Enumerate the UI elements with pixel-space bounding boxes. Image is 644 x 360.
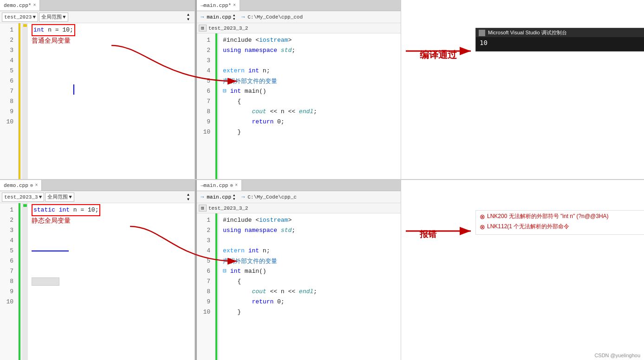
annotation-extern-top: 声明外部文件的变量 xyxy=(223,76,277,86)
main-line-6: ⊟ int main() xyxy=(223,86,401,96)
yellow-bar xyxy=(19,23,20,179)
scroll-arrows-top-left[interactable]: ▲ ▼ xyxy=(187,13,193,22)
gray-box-bottom xyxy=(32,277,59,286)
bottom-code-line-6 xyxy=(32,256,195,266)
error-text-2: LNK112(1 个无法解析的外部命令 xyxy=(487,223,569,231)
bottom-right-toolbar: → main.cpp ▲ ▼ → C:\My_Code\cpp_c xyxy=(197,191,401,203)
scroll-arrows-bottom-left[interactable]: ▲ ▼ xyxy=(187,193,193,202)
top-left-line-numbers: 1 2 3 4 5 6 7 8 9 10 xyxy=(0,23,19,179)
main-tab-bottom-label: main.cpp xyxy=(204,183,228,188)
main-path-bottom-label: C:\My_Code\cpp_c xyxy=(247,194,297,200)
file-selector-bottom-left[interactable]: test_2023_3 ▼ xyxy=(2,193,44,202)
demo-tab-close[interactable]: × xyxy=(33,3,36,8)
ln-10: 10 xyxy=(0,117,15,127)
demo-cpp-tab-bottom[interactable]: demo.cpp ⊕ × xyxy=(0,180,42,191)
scroll-bottom-left[interactable] xyxy=(22,203,28,360)
vs-icon xyxy=(479,30,485,36)
main-tab-close[interactable]: × xyxy=(233,3,236,8)
bottom-right-tab-bar: → main.cpp ⊕ × xyxy=(197,180,401,191)
error-text-1: LNK200 无法解析的外部符号 "int n" (?n@@3HA) xyxy=(487,212,609,220)
ln-1: 1 xyxy=(0,25,15,35)
bottom-code-line-8 xyxy=(32,276,195,287)
demo-tab-bottom-label: demo.cpp xyxy=(4,183,28,188)
main-bottom-line-8: cout << n << endl; xyxy=(223,287,401,297)
file-nav-arrows-b[interactable]: ▲ ▼ xyxy=(233,193,238,201)
main-cpp-tab-top[interactable]: → main.cpp* × xyxy=(197,0,240,11)
main-cpp-tab-bottom[interactable]: → main.cpp ⊕ × xyxy=(197,180,242,191)
scope-bottom-label: 全局范围 xyxy=(47,193,68,200)
bottom-code-line-7 xyxy=(32,266,195,276)
main-file-bottom-label: main.cpp xyxy=(207,194,231,200)
main-arrow-icon-b: → xyxy=(201,183,204,188)
green-bar-bottom-right xyxy=(215,213,217,360)
top-right-line-numbers: 1 2 3 4 5 6 7 8 9 10 xyxy=(197,33,215,179)
demo-cpp-tab-top[interactable]: demo.cpp* × xyxy=(0,0,40,11)
main-bottom-line-1: #include <iostream> xyxy=(223,215,401,225)
main-bottom-line-10: } xyxy=(223,307,401,317)
main-line-8: cout << n << endl; xyxy=(223,107,401,117)
console-box: Microsoft Visual Studio 调试控制台 10 xyxy=(475,28,644,51)
ln-6: 6 xyxy=(0,76,15,86)
main-tab-filename: main.cpp* xyxy=(204,3,231,8)
console-content: 10 xyxy=(476,37,644,51)
scroll-top-left[interactable] xyxy=(22,23,28,179)
bottom-code-line-2: 静态全局变量 xyxy=(32,215,195,225)
bottom-right-code-area: 1 2 3 4 5 6 7 8 9 10 #include <iostream>… xyxy=(197,213,401,360)
arrow-icon-bottom: → xyxy=(201,194,204,200)
top-left-code-content[interactable]: int n = 10; 普通全局变量 xyxy=(28,23,195,179)
bottom-right-code-content[interactable]: #include <iostream> using namespace std;… xyxy=(219,213,401,360)
breadcrumb-label-b: test_2023_3_2 xyxy=(208,206,248,211)
bottom-right-editor: → main.cpp ⊕ × → main.cpp ▲ ▼ → C:\My_Co… xyxy=(197,180,401,360)
console-output: 10 xyxy=(480,39,488,46)
bottom-code-line-9 xyxy=(32,287,195,297)
gutter-top-left xyxy=(19,23,22,179)
bottom-section: demo.cpp ⊕ × test_2023_3 ▼ 全局范围 ▼ ▲ ▼ xyxy=(0,180,644,360)
top-left-code-area: 1 2 3 4 5 6 7 8 9 10 xyxy=(0,23,195,179)
bottom-left-code-content[interactable]: static int n = 10; 静态全局变量 xyxy=(28,203,195,360)
console-window: Microsoft Visual Studio 调试控制台 10 xyxy=(475,28,644,51)
main-line-3 xyxy=(223,56,401,66)
file-selector-top-left[interactable]: test_2023 ▼ xyxy=(2,13,38,22)
ln-5: 5 xyxy=(0,66,15,76)
scope-selector-top-left[interactable]: 全局范围 ▼ xyxy=(39,13,68,22)
bottom-right-info: 报错 ⊗ LNK200 无法解析的外部符号 "int n" (?n@@3HA) … xyxy=(401,180,644,360)
main-path-label: C:\My_Code\cpp_cod xyxy=(247,14,303,20)
top-left-tab-bar: demo.cpp* × xyxy=(0,0,195,11)
compile-arrow-svg xyxy=(406,37,480,65)
breadcrumb-icon: ⊞ xyxy=(199,25,207,32)
green-bar xyxy=(215,33,217,179)
gutter-bottom-left xyxy=(19,203,22,360)
annotation-extern-bottom: 声明外部文件的变量 xyxy=(223,256,277,266)
file-label: test_2023 xyxy=(4,14,32,20)
main-line-1: #include <iostream> xyxy=(223,35,401,45)
bottom-right-breadcrumb: ⊞ test_2023_3_2 xyxy=(197,203,401,213)
error-icon-1: ⊗ xyxy=(480,212,485,222)
top-left-editor: demo.cpp* × test_2023 ▼ 全局范围 ▼ ▲ ▼ 1 xyxy=(0,0,195,179)
demo-tab-bottom-close[interactable]: × xyxy=(35,183,38,188)
code-line-9 xyxy=(32,107,195,117)
code-line-5 xyxy=(32,66,195,76)
top-right-code-area: 1 2 3 4 5 6 7 8 9 10 #include <iostream> xyxy=(197,33,401,179)
demo-tab-label: demo.cpp* xyxy=(4,3,31,8)
bottom-code-line-4 xyxy=(32,236,195,246)
main-bottom-line-5: 声明外部文件的变量 xyxy=(223,256,401,266)
file-nav-arrows[interactable]: ▲ ▼ xyxy=(233,13,238,21)
code-line-3 xyxy=(32,45,195,56)
error-arrow-svg xyxy=(406,217,480,245)
top-section: demo.cpp* × test_2023 ▼ 全局范围 ▼ ▲ ▼ 1 xyxy=(0,0,644,180)
main-tab-bottom-close[interactable]: × xyxy=(235,183,238,188)
code-line-8 xyxy=(32,96,195,107)
top-right-code-content[interactable]: #include <iostream> using namespace std;… xyxy=(219,33,401,179)
file-bottom-label: test_2023_3 xyxy=(4,194,38,200)
console-title-bar: Microsoft Visual Studio 调试控制台 xyxy=(476,28,644,37)
main-line-5: 声明外部文件的变量 xyxy=(223,76,401,86)
console-title-text: Microsoft Visual Studio 调试控制台 xyxy=(488,29,567,36)
error-panel-container: ⊗ LNK200 无法解析的外部符号 "int n" (?n@@3HA) ⊗ L… xyxy=(475,210,644,235)
gutter-top-right xyxy=(215,33,219,179)
scope-selector-bottom-left[interactable]: 全局范围 ▼ xyxy=(45,193,74,202)
bottom-left-tab-bar: demo.cpp ⊕ × xyxy=(0,180,195,191)
gutter-bottom-right xyxy=(215,213,219,360)
code-line-10 xyxy=(32,117,195,127)
main-bottom-line-6: ⊟ int main() xyxy=(223,266,401,276)
int-n-declaration: int n = 10; xyxy=(32,24,75,36)
